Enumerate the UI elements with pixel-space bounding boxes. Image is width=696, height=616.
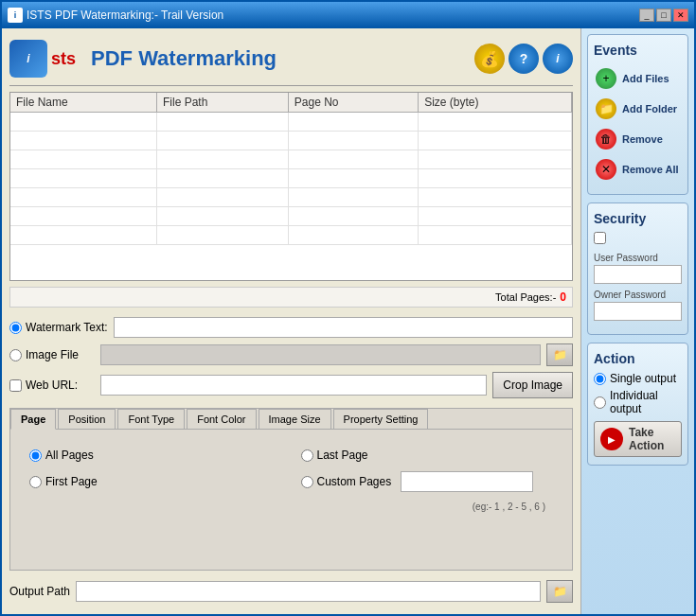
title-bar-buttons: _ □ ✕ [639, 9, 688, 22]
output-path-input[interactable] [76, 581, 541, 602]
image-file-row: Image File [9, 343, 573, 366]
first-page-radio[interactable] [29, 476, 42, 488]
user-password-input[interactable] [594, 265, 682, 284]
custom-pages-radio[interactable] [301, 476, 313, 488]
web-url-checkbox[interactable] [9, 379, 22, 392]
output-row: Output Path [9, 576, 573, 607]
individual-output-radio-row: Individual output [594, 389, 682, 415]
page-tab-content: All Pages Last Page Fi [10, 430, 572, 570]
eg-text: (eg:- 1 , 2 - 5 , 6 ) [301, 502, 554, 512]
action-section: Action Single output Individual output ▶… [587, 343, 688, 466]
take-action-button[interactable]: ▶ Take Action [594, 421, 682, 457]
single-output-radio[interactable] [594, 373, 606, 385]
watermark-options: Watermark Text: Image File [9, 313, 573, 402]
app-header: i sts PDF Watermarking 💰 ? i [9, 36, 573, 86]
minimize-button[interactable]: _ [639, 9, 654, 22]
watermark-text-row: Watermark Text: [9, 317, 573, 338]
custom-pages-option: Custom Pages [301, 471, 554, 492]
watermark-text-radio-label[interactable]: Watermark Text: [9, 321, 108, 334]
tab-font-color[interactable]: Font Color [187, 409, 256, 429]
image-browse-button[interactable] [546, 343, 573, 366]
individual-output-radio[interactable] [594, 396, 606, 409]
remove-icon: 🗑 [596, 129, 616, 150]
image-file-radio-label[interactable]: Image File [9, 348, 95, 361]
crop-image-button[interactable]: Crop Image [492, 372, 573, 398]
tab-image-size[interactable]: Image Size [259, 409, 331, 429]
owner-password-input[interactable] [594, 302, 682, 321]
col-pageno: Page No [288, 93, 418, 113]
last-page-radio[interactable] [301, 449, 313, 462]
table-row [10, 132, 572, 150]
file-table-container: File Name File Path Page No Size (byte) [9, 92, 573, 281]
table-row [10, 150, 572, 169]
add-files-button[interactable]: + Add Files [594, 65, 682, 92]
user-password-label: User Password [594, 253, 682, 263]
add-folder-label: Add Folder [622, 103, 677, 114]
add-folder-icon: 📁 [596, 98, 616, 119]
watermark-text-radio[interactable] [9, 322, 22, 334]
dollar-icon[interactable]: 💰 [474, 44, 505, 74]
watermark-text-input[interactable] [114, 317, 573, 338]
table-row [10, 207, 572, 226]
image-file-radio[interactable] [9, 349, 22, 361]
table-row [10, 226, 572, 245]
tab-page[interactable]: Page [10, 409, 56, 430]
logo-i: i [9, 40, 47, 78]
file-table: File Name File Path Page No Size (byte) [10, 93, 572, 245]
last-page-label[interactable]: Last Page [301, 449, 368, 462]
image-file-input[interactable] [100, 344, 541, 365]
all-pages-label[interactable]: All Pages [29, 449, 94, 462]
tab-font-type[interactable]: Font Type [117, 409, 185, 429]
close-button[interactable]: ✕ [673, 9, 688, 22]
custom-pages-label[interactable]: Custom Pages [301, 475, 392, 488]
table-row [10, 169, 572, 188]
title-bar: i ISTS PDF Watermarking:- Trail Version … [2, 2, 694, 28]
image-file-label: Image File [26, 348, 79, 361]
left-panel: i sts PDF Watermarking 💰 ? i File Name F… [2, 28, 580, 614]
tab-header: Page Position Font Type Font Color Image… [10, 409, 572, 430]
web-url-input[interactable] [100, 375, 487, 396]
take-action-icon: ▶ [600, 428, 623, 450]
security-title: Security [594, 211, 682, 226]
remove-all-label: Remove All [622, 164, 679, 175]
security-checkbox-row [594, 232, 682, 247]
page-options: All Pages Last Page Fi [22, 441, 561, 519]
custom-pages-input[interactable] [401, 471, 533, 492]
web-url-label: Web URL: [26, 378, 78, 392]
tab-property-setting[interactable]: Property Setting [333, 409, 429, 429]
info-icon[interactable]: i [543, 44, 573, 74]
col-filename: File Name [10, 93, 157, 113]
col-filepath: File Path [157, 93, 289, 113]
main-window: i ISTS PDF Watermarking:- Trail Version … [0, 0, 696, 616]
table-row [10, 113, 572, 132]
security-checkbox[interactable] [594, 232, 606, 244]
watermark-text-label: Watermark Text: [26, 321, 108, 334]
add-files-label: Add Files [622, 73, 669, 84]
help-icon[interactable]: ? [509, 44, 539, 74]
col-size: Size (byte) [419, 93, 572, 113]
first-page-label[interactable]: First Page [29, 475, 98, 488]
security-section: Security User Password Owner Password [587, 202, 688, 335]
remove-all-button[interactable]: ✕ Remove All [594, 156, 682, 183]
add-folder-button[interactable]: 📁 Add Folder [594, 96, 682, 122]
single-output-label: Single output [610, 372, 676, 385]
window-title: ISTS PDF Watermarking:- Trail Version [27, 9, 639, 22]
tab-position[interactable]: Position [58, 409, 116, 429]
remove-all-icon: ✕ [596, 159, 616, 180]
all-pages-radio[interactable] [29, 449, 42, 462]
tabs-container: Page Position Font Type Font Color Image… [9, 408, 573, 571]
single-output-radio-row: Single output [594, 372, 682, 385]
last-page-option: Last Page [301, 449, 554, 462]
owner-password-label: Owner Password [594, 290, 682, 300]
web-url-row: Web URL: Crop Image [9, 372, 573, 398]
events-title: Events [594, 43, 682, 58]
table-row [10, 188, 572, 207]
output-browse-button[interactable] [546, 580, 573, 603]
total-pages-value: 0 [560, 290, 566, 304]
remove-button[interactable]: 🗑 Remove [594, 126, 682, 152]
action-title: Action [594, 351, 682, 366]
remove-label: Remove [622, 133, 663, 145]
individual-output-label: Individual output [610, 389, 682, 415]
events-section: Events + Add Files 📁 Add Folder 🗑 Remove… [587, 34, 688, 195]
maximize-button[interactable]: □ [656, 9, 671, 22]
